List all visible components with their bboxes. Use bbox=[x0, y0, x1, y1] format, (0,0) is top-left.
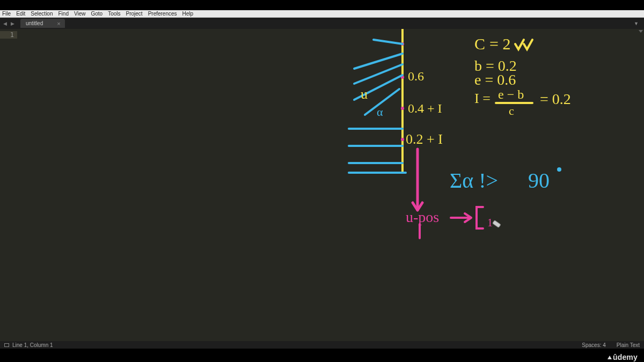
svg-line-6 bbox=[354, 54, 402, 69]
nav-back-icon[interactable]: ◀ bbox=[2, 21, 8, 26]
svg-point-2 bbox=[401, 76, 404, 79]
svg-text:I =: I = bbox=[474, 91, 491, 106]
menu-selection[interactable]: Selection bbox=[31, 10, 53, 18]
svg-text:0.2 + I: 0.2 + I bbox=[406, 131, 443, 147]
svg-text:Σα !>: Σα !> bbox=[450, 168, 498, 193]
menu-find[interactable]: Find bbox=[58, 10, 69, 18]
svg-point-4 bbox=[401, 138, 404, 141]
tabs-dropdown-icon[interactable]: ▼ bbox=[632, 21, 641, 26]
status-bar: Line 1, Column 1 Spaces: 4 Plain Text bbox=[0, 341, 644, 349]
menu-help[interactable]: Help bbox=[182, 10, 194, 18]
svg-text:1: 1 bbox=[487, 217, 493, 228]
svg-text:= 0.2: = 0.2 bbox=[540, 91, 571, 107]
menu-view[interactable]: View bbox=[74, 10, 86, 18]
letterbox-top bbox=[0, 0, 644, 10]
menu-edit[interactable]: Edit bbox=[16, 10, 25, 18]
svg-text:c: c bbox=[509, 104, 514, 117]
svg-text:u: u bbox=[361, 86, 368, 102]
menu-file[interactable]: File bbox=[2, 10, 11, 18]
svg-point-35 bbox=[557, 167, 561, 172]
menu-bar: File Edit Selection Find View Goto Tools… bbox=[0, 10, 644, 18]
svg-text:= 2: = 2 bbox=[489, 35, 510, 53]
letterbox-bottom: ûdemy bbox=[0, 351, 644, 362]
svg-text:C: C bbox=[474, 35, 485, 53]
status-cursor-pos[interactable]: Line 1, Column 1 bbox=[12, 342, 53, 348]
tab-close-icon[interactable]: × bbox=[57, 20, 60, 27]
minimap-chevron-icon[interactable] bbox=[639, 30, 643, 33]
svg-line-9 bbox=[365, 89, 399, 115]
svg-point-3 bbox=[401, 107, 404, 110]
tab-untitled[interactable]: untitled × bbox=[20, 19, 65, 28]
nav-forward-icon[interactable]: ▶ bbox=[10, 21, 15, 26]
menu-project[interactable]: Project bbox=[126, 10, 143, 18]
annotation-canvas: u α 0.6 0.4 + I 0.2 + I C = 2 b = 0.2 e … bbox=[0, 29, 644, 349]
svg-text:e = 0.6: e = 0.6 bbox=[474, 71, 516, 88]
minimap[interactable] bbox=[639, 29, 644, 349]
svg-line-7 bbox=[354, 64, 402, 84]
line-number-gutter: 1 bbox=[0, 29, 17, 349]
svg-text:0.4 + I: 0.4 + I bbox=[408, 101, 442, 115]
line-number-1: 1 bbox=[0, 31, 17, 39]
svg-rect-36 bbox=[493, 220, 501, 228]
tab-strip: ◀ ▶ untitled × ▼ bbox=[0, 18, 644, 29]
tab-title: untitled bbox=[26, 20, 43, 26]
svg-text:0.6: 0.6 bbox=[408, 69, 424, 83]
menu-preferences[interactable]: Preferences bbox=[148, 10, 177, 18]
svg-text:u-pos: u-pos bbox=[406, 209, 439, 225]
svg-text:α: α bbox=[377, 105, 383, 119]
status-syntax[interactable]: Plain Text bbox=[617, 342, 640, 348]
svg-line-5 bbox=[374, 40, 402, 44]
udemy-text: ûdemy bbox=[613, 353, 638, 361]
panel-switcher-icon[interactable] bbox=[4, 343, 9, 347]
editor-area[interactable]: 1 u α 0.6 0.4 + I 0.2 + I C = 2 bbox=[0, 29, 644, 349]
menu-goto[interactable]: Goto bbox=[91, 10, 103, 18]
menu-tools[interactable]: Tools bbox=[108, 10, 120, 18]
svg-text:b = 0.2: b = 0.2 bbox=[474, 57, 517, 74]
svg-line-8 bbox=[354, 75, 402, 100]
svg-text:90: 90 bbox=[528, 168, 550, 193]
udemy-watermark: ûdemy bbox=[608, 352, 638, 362]
svg-text:e − b: e − b bbox=[498, 87, 524, 101]
svg-point-1 bbox=[401, 42, 404, 46]
udemy-caret-icon bbox=[608, 356, 612, 359]
status-indent[interactable]: Spaces: 4 bbox=[582, 342, 605, 348]
